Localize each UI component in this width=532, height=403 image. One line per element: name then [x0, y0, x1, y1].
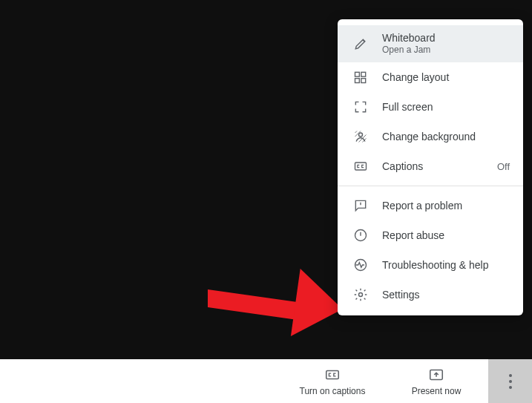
fullscreen-icon	[352, 99, 369, 115]
menu-item-troubleshooting[interactable]: Troubleshooting & help	[338, 250, 523, 280]
svg-rect-9	[326, 370, 339, 379]
troubleshoot-icon	[352, 257, 369, 273]
menu-item-report-abuse[interactable]: Report abuse	[338, 220, 523, 250]
svg-rect-2	[355, 79, 360, 83]
menu-item-label: Troubleshooting & help	[382, 259, 510, 271]
menu-item-captions[interactable]: Captions Off	[338, 151, 523, 181]
pencil-icon	[352, 36, 369, 52]
menu-item-label: Report abuse	[382, 229, 510, 241]
present-now-button[interactable]: Present now	[384, 359, 488, 403]
svg-rect-3	[361, 79, 366, 83]
bottom-toolbar: Turn on captions Present now	[0, 359, 532, 403]
menu-item-label: Change background	[382, 131, 510, 142]
menu-item-full-screen[interactable]: Full screen	[338, 92, 523, 122]
menu-item-label: Change layout	[382, 71, 510, 83]
more-options-button[interactable]	[488, 359, 532, 403]
menu-item-label: Captions	[382, 160, 484, 172]
background-icon	[352, 128, 369, 145]
menu-separator	[338, 186, 523, 186]
alert-icon	[352, 227, 369, 243]
menu-item-label: Full screen	[382, 101, 510, 113]
menu-item-settings[interactable]: Settings	[338, 280, 523, 309]
svg-rect-5	[355, 163, 367, 170]
menu-item-whiteboard[interactable]: Whiteboard Open a Jam	[338, 25, 523, 62]
turn-on-captions-button[interactable]: Turn on captions	[280, 359, 384, 403]
svg-rect-0	[355, 72, 360, 76]
present-icon	[428, 367, 444, 383]
svg-point-4	[359, 133, 363, 137]
button-label: Turn on captions	[300, 386, 366, 396]
button-label: Present now	[412, 386, 462, 396]
menu-item-sublabel: Open a Jam	[382, 45, 436, 56]
menu-item-change-layout[interactable]: Change layout	[338, 62, 523, 92]
menu-item-report-problem[interactable]: Report a problem	[338, 191, 523, 220]
menu-item-status: Off	[497, 161, 510, 172]
menu-item-label: Settings	[382, 289, 510, 301]
more-options-menu: Whiteboard Open a Jam Change layout Full…	[338, 19, 523, 315]
menu-item-label: Whiteboard	[382, 32, 436, 45]
layout-icon	[352, 69, 369, 85]
svg-rect-1	[361, 72, 366, 76]
gear-icon	[352, 286, 369, 303]
captions-icon	[324, 367, 341, 383]
menu-item-change-background[interactable]: Change background	[338, 122, 523, 151]
more-vert-icon	[509, 374, 512, 389]
captions-icon	[352, 158, 369, 174]
svg-point-8	[359, 293, 363, 297]
menu-item-label: Report a problem	[382, 200, 510, 212]
feedback-icon	[352, 197, 369, 214]
